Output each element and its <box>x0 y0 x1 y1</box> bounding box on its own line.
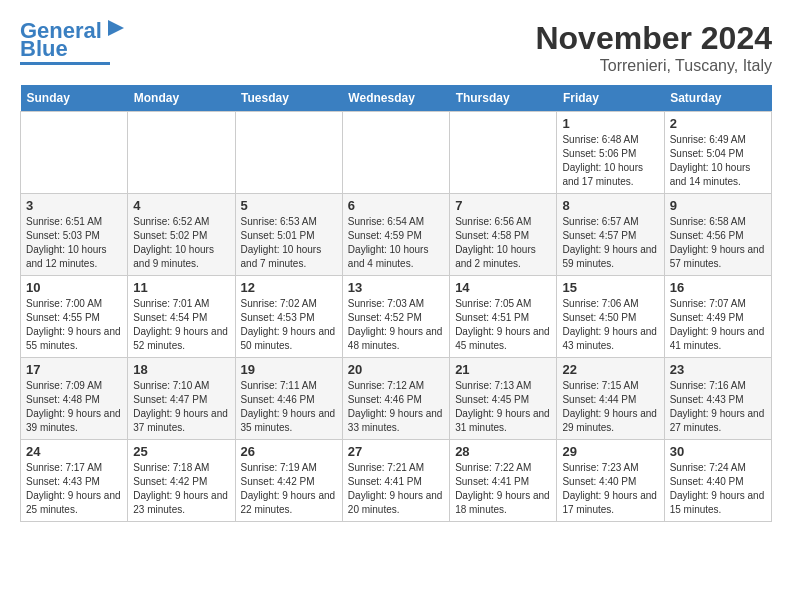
calendar-cell: 15Sunrise: 7:06 AM Sunset: 4:50 PM Dayli… <box>557 276 664 358</box>
calendar-cell: 10Sunrise: 7:00 AM Sunset: 4:55 PM Dayli… <box>21 276 128 358</box>
calendar-cell <box>342 112 449 194</box>
calendar-cell: 23Sunrise: 7:16 AM Sunset: 4:43 PM Dayli… <box>664 358 771 440</box>
day-info: Sunrise: 6:56 AM Sunset: 4:58 PM Dayligh… <box>455 215 551 271</box>
day-info: Sunrise: 7:21 AM Sunset: 4:41 PM Dayligh… <box>348 461 444 517</box>
header-tuesday: Tuesday <box>235 85 342 112</box>
day-number: 13 <box>348 280 444 295</box>
calendar-cell: 3Sunrise: 6:51 AM Sunset: 5:03 PM Daylig… <box>21 194 128 276</box>
calendar-cell: 25Sunrise: 7:18 AM Sunset: 4:42 PM Dayli… <box>128 440 235 522</box>
day-info: Sunrise: 7:06 AM Sunset: 4:50 PM Dayligh… <box>562 297 658 353</box>
day-number: 14 <box>455 280 551 295</box>
calendar-header-row: SundayMondayTuesdayWednesdayThursdayFrid… <box>21 85 772 112</box>
day-info: Sunrise: 7:23 AM Sunset: 4:40 PM Dayligh… <box>562 461 658 517</box>
day-number: 2 <box>670 116 766 131</box>
day-number: 9 <box>670 198 766 213</box>
header-thursday: Thursday <box>450 85 557 112</box>
day-number: 3 <box>26 198 122 213</box>
day-number: 5 <box>241 198 337 213</box>
day-number: 29 <box>562 444 658 459</box>
calendar-table: SundayMondayTuesdayWednesdayThursdayFrid… <box>20 85 772 522</box>
day-number: 20 <box>348 362 444 377</box>
calendar-cell <box>128 112 235 194</box>
calendar-cell: 11Sunrise: 7:01 AM Sunset: 4:54 PM Dayli… <box>128 276 235 358</box>
calendar-week-1: 1Sunrise: 6:48 AM Sunset: 5:06 PM Daylig… <box>21 112 772 194</box>
calendar-cell <box>21 112 128 194</box>
day-number: 8 <box>562 198 658 213</box>
calendar-cell: 9Sunrise: 6:58 AM Sunset: 4:56 PM Daylig… <box>664 194 771 276</box>
header-monday: Monday <box>128 85 235 112</box>
page-subtitle: Torrenieri, Tuscany, Italy <box>535 57 772 75</box>
calendar-cell: 28Sunrise: 7:22 AM Sunset: 4:41 PM Dayli… <box>450 440 557 522</box>
calendar-cell: 7Sunrise: 6:56 AM Sunset: 4:58 PM Daylig… <box>450 194 557 276</box>
day-info: Sunrise: 7:18 AM Sunset: 4:42 PM Dayligh… <box>133 461 229 517</box>
day-info: Sunrise: 7:01 AM Sunset: 4:54 PM Dayligh… <box>133 297 229 353</box>
calendar-cell <box>235 112 342 194</box>
day-number: 4 <box>133 198 229 213</box>
header-sunday: Sunday <box>21 85 128 112</box>
day-info: Sunrise: 6:58 AM Sunset: 4:56 PM Dayligh… <box>670 215 766 271</box>
day-info: Sunrise: 7:15 AM Sunset: 4:44 PM Dayligh… <box>562 379 658 435</box>
day-number: 19 <box>241 362 337 377</box>
calendar-cell: 19Sunrise: 7:11 AM Sunset: 4:46 PM Dayli… <box>235 358 342 440</box>
calendar-cell: 13Sunrise: 7:03 AM Sunset: 4:52 PM Dayli… <box>342 276 449 358</box>
day-number: 24 <box>26 444 122 459</box>
day-number: 30 <box>670 444 766 459</box>
day-number: 1 <box>562 116 658 131</box>
day-info: Sunrise: 6:57 AM Sunset: 4:57 PM Dayligh… <box>562 215 658 271</box>
calendar-cell: 16Sunrise: 7:07 AM Sunset: 4:49 PM Dayli… <box>664 276 771 358</box>
day-number: 10 <box>26 280 122 295</box>
day-number: 17 <box>26 362 122 377</box>
calendar-cell: 2Sunrise: 6:49 AM Sunset: 5:04 PM Daylig… <box>664 112 771 194</box>
day-info: Sunrise: 7:19 AM Sunset: 4:42 PM Dayligh… <box>241 461 337 517</box>
day-info: Sunrise: 7:07 AM Sunset: 4:49 PM Dayligh… <box>670 297 766 353</box>
header-saturday: Saturday <box>664 85 771 112</box>
day-info: Sunrise: 6:52 AM Sunset: 5:02 PM Dayligh… <box>133 215 229 271</box>
day-number: 21 <box>455 362 551 377</box>
day-info: Sunrise: 6:53 AM Sunset: 5:01 PM Dayligh… <box>241 215 337 271</box>
header-wednesday: Wednesday <box>342 85 449 112</box>
day-number: 6 <box>348 198 444 213</box>
calendar-week-4: 17Sunrise: 7:09 AM Sunset: 4:48 PM Dayli… <box>21 358 772 440</box>
calendar-cell: 6Sunrise: 6:54 AM Sunset: 4:59 PM Daylig… <box>342 194 449 276</box>
day-number: 25 <box>133 444 229 459</box>
day-info: Sunrise: 7:05 AM Sunset: 4:51 PM Dayligh… <box>455 297 551 353</box>
day-number: 11 <box>133 280 229 295</box>
day-info: Sunrise: 6:49 AM Sunset: 5:04 PM Dayligh… <box>670 133 766 189</box>
day-number: 15 <box>562 280 658 295</box>
day-info: Sunrise: 7:02 AM Sunset: 4:53 PM Dayligh… <box>241 297 337 353</box>
header-friday: Friday <box>557 85 664 112</box>
day-info: Sunrise: 7:09 AM Sunset: 4:48 PM Dayligh… <box>26 379 122 435</box>
calendar-cell: 24Sunrise: 7:17 AM Sunset: 4:43 PM Dayli… <box>21 440 128 522</box>
calendar-cell <box>450 112 557 194</box>
day-number: 12 <box>241 280 337 295</box>
day-info: Sunrise: 6:48 AM Sunset: 5:06 PM Dayligh… <box>562 133 658 189</box>
calendar-cell: 22Sunrise: 7:15 AM Sunset: 4:44 PM Dayli… <box>557 358 664 440</box>
day-number: 7 <box>455 198 551 213</box>
logo-arrow-icon <box>104 18 126 40</box>
day-number: 16 <box>670 280 766 295</box>
day-info: Sunrise: 7:11 AM Sunset: 4:46 PM Dayligh… <box>241 379 337 435</box>
day-number: 23 <box>670 362 766 377</box>
day-number: 28 <box>455 444 551 459</box>
calendar-cell: 12Sunrise: 7:02 AM Sunset: 4:53 PM Dayli… <box>235 276 342 358</box>
calendar-week-5: 24Sunrise: 7:17 AM Sunset: 4:43 PM Dayli… <box>21 440 772 522</box>
calendar-cell: 27Sunrise: 7:21 AM Sunset: 4:41 PM Dayli… <box>342 440 449 522</box>
calendar-cell: 21Sunrise: 7:13 AM Sunset: 4:45 PM Dayli… <box>450 358 557 440</box>
calendar-cell: 14Sunrise: 7:05 AM Sunset: 4:51 PM Dayli… <box>450 276 557 358</box>
day-info: Sunrise: 7:24 AM Sunset: 4:40 PM Dayligh… <box>670 461 766 517</box>
day-info: Sunrise: 7:10 AM Sunset: 4:47 PM Dayligh… <box>133 379 229 435</box>
day-info: Sunrise: 6:54 AM Sunset: 4:59 PM Dayligh… <box>348 215 444 271</box>
day-info: Sunrise: 7:12 AM Sunset: 4:46 PM Dayligh… <box>348 379 444 435</box>
calendar-cell: 26Sunrise: 7:19 AM Sunset: 4:42 PM Dayli… <box>235 440 342 522</box>
calendar-cell: 17Sunrise: 7:09 AM Sunset: 4:48 PM Dayli… <box>21 358 128 440</box>
calendar-week-3: 10Sunrise: 7:00 AM Sunset: 4:55 PM Dayli… <box>21 276 772 358</box>
page-title: November 2024 <box>535 20 772 57</box>
logo: General Blue <box>20 20 126 65</box>
day-number: 26 <box>241 444 337 459</box>
day-number: 27 <box>348 444 444 459</box>
svg-marker-0 <box>108 20 124 36</box>
calendar-week-2: 3Sunrise: 6:51 AM Sunset: 5:03 PM Daylig… <box>21 194 772 276</box>
day-info: Sunrise: 7:22 AM Sunset: 4:41 PM Dayligh… <box>455 461 551 517</box>
logo-line <box>20 62 110 65</box>
calendar-cell: 30Sunrise: 7:24 AM Sunset: 4:40 PM Dayli… <box>664 440 771 522</box>
